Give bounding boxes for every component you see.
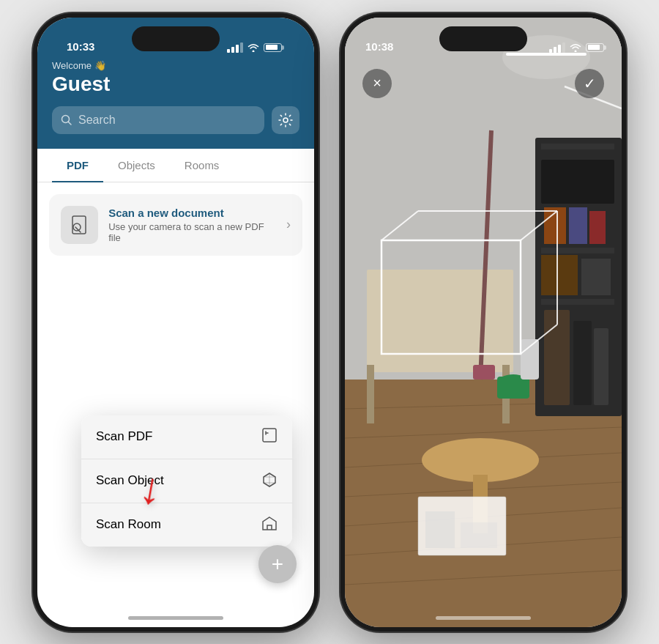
scan-new-document-card[interactable]: Scan a new document Use your camera to s… [49,194,302,256]
wifi-icon-1 [247,43,259,52]
room-scene-svg [345,18,622,627]
svg-rect-40 [521,339,539,380]
svg-rect-52 [461,522,497,548]
svg-rect-28 [541,248,614,253]
check-icon: ✓ [584,75,596,92]
scan-room-label: Scan Room [96,517,161,532]
context-scan-object[interactable]: Scan Object [81,459,292,503]
signal-icon-2 [549,42,565,53]
svg-rect-19 [367,270,513,372]
scan-pdf-icon [261,427,278,447]
home-indicator-2 [436,616,531,620]
dynamic-island-1 [132,26,220,51]
search-placeholder: Search [78,114,116,127]
svg-rect-27 [589,211,606,244]
svg-line-1 [69,122,72,125]
svg-rect-20 [367,365,374,423]
fab-button[interactable]: + [258,545,297,583]
status-time-2: 10:38 [365,40,393,53]
svg-point-4 [73,223,81,231]
svg-point-2 [283,118,288,122]
context-scan-pdf[interactable]: Scan PDF [81,415,292,459]
svg-rect-51 [425,511,455,548]
status-icons-2 [549,42,604,53]
dynamic-island-2 [439,26,527,51]
scan-card-title: Scan a new document [108,207,276,219]
scan-card-text: Scan a new document Use your camera to s… [108,207,276,243]
scan-pdf-label: Scan PDF [96,429,152,444]
tab-bar: PDF Objects Rooms [37,149,314,182]
battery-icon-1 [264,43,282,52]
close-icon: × [373,75,381,92]
scan-object-icon [261,471,278,491]
svg-rect-23 [541,144,614,149]
status-icons-1 [227,42,282,53]
welcome-text: Welcome 👋 [52,60,299,71]
tab-rooms[interactable]: Rooms [170,149,234,182]
scan-card-subtitle: Use your camera to scan a new PDF file [108,221,276,243]
svg-rect-35 [594,328,608,405]
svg-rect-34 [573,321,592,405]
svg-rect-39 [497,377,529,399]
svg-rect-37 [473,365,495,380]
context-menu: Scan PDF Scan Object Sca [81,415,292,547]
svg-rect-26 [569,207,587,244]
scan-room-icon [261,515,278,535]
wifi-icon-2 [570,43,581,52]
scan-document-icon [61,206,98,244]
home-indicator-1 [128,616,223,620]
status-time-1: 10:33 [67,40,94,53]
tab-pdf[interactable]: PDF [52,149,103,182]
svg-rect-29 [541,255,578,295]
phone-1: 10:33 Welcome 👋 G [33,13,319,632]
svg-rect-30 [581,259,611,295]
guest-label: Guest [52,73,299,96]
svg-rect-31 [541,299,614,305]
settings-button[interactable] [272,106,299,134]
battery-icon-2 [586,43,604,52]
search-bar[interactable]: Search [52,106,264,134]
gear-icon [278,113,293,127]
plus-icon: + [272,554,283,574]
camera-background [345,18,622,627]
ar-confirm-button[interactable]: ✓ [575,69,604,98]
svg-rect-24 [541,160,614,204]
svg-rect-6 [263,429,276,442]
phone-2: 10:38 × [340,13,626,632]
tab-objects[interactable]: Objects [103,149,170,182]
context-scan-room[interactable]: Scan Room [81,503,292,547]
search-icon [61,114,72,126]
scan-card-arrow: › [286,217,291,232]
signal-icon-1 [227,42,243,53]
ar-close-button[interactable]: × [362,69,392,98]
